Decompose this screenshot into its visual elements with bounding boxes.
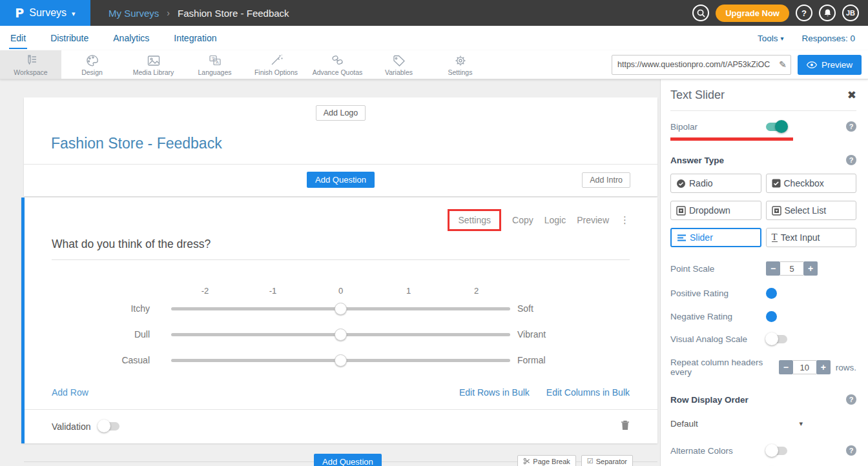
- bipolar-label: Bipolar: [670, 122, 766, 132]
- negative-rating-row: Negative Rating: [670, 311, 856, 322]
- checkbox-icon: [772, 179, 781, 188]
- breadcrumb: My Surveys › Fashion Store - Feedback: [108, 8, 289, 19]
- toolbar-item-languages[interactable]: 文A Languages: [184, 50, 245, 79]
- option-label: Select List: [785, 205, 827, 216]
- row-right-label: Formal: [517, 355, 546, 365]
- tab-integration[interactable]: Integration: [172, 27, 218, 49]
- positive-rating-label: Positive Rating: [670, 289, 766, 298]
- page-footer: Add Question Page Break ☑ Separator: [24, 454, 657, 466]
- point-scale-input[interactable]: [780, 261, 803, 276]
- add-intro-button[interactable]: Add Intro: [582, 172, 630, 188]
- app-brand[interactable]: P Surveys ▾: [0, 0, 90, 26]
- upgrade-now-button[interactable]: Upgrade Now: [716, 5, 789, 22]
- positive-rating-color-swatch[interactable]: [766, 288, 777, 299]
- row-display-order-help-icon[interactable]: ?: [846, 394, 856, 405]
- tab-analytics[interactable]: Analytics: [112, 27, 150, 49]
- tools-label: Tools: [758, 34, 778, 43]
- separator-button[interactable]: ☑ Separator: [581, 455, 633, 466]
- breadcrumb-my-surveys[interactable]: My Surveys: [108, 8, 159, 19]
- slider-handle[interactable]: [335, 303, 347, 315]
- answer-type-select-list[interactable]: Select List: [766, 201, 857, 220]
- bipolar-help-icon[interactable]: ?: [846, 121, 856, 132]
- answer-type-label: Answer Type: [670, 156, 766, 165]
- toolbar-item-label: Advance Quotas: [313, 68, 363, 76]
- nav-tabs: Edit Distribute Analytics Integration: [9, 27, 218, 49]
- add-row-link[interactable]: Add Row: [52, 387, 88, 398]
- advance-quotas-icon: [330, 54, 346, 68]
- survey-url-input[interactable]: [617, 60, 779, 69]
- toolbar-item-finish-options[interactable]: Finish Options: [245, 50, 307, 79]
- help-button[interactable]: ?: [796, 5, 812, 21]
- question-preview-action[interactable]: Preview: [577, 215, 609, 225]
- toolbar-item-settings[interactable]: Settings: [429, 50, 491, 79]
- scale-label: -1: [239, 286, 307, 296]
- delete-question-button[interactable]: [621, 420, 630, 433]
- toolbar-item-advance-quotas[interactable]: Advance Quotas: [307, 50, 368, 79]
- point-scale-increment-button[interactable]: +: [803, 261, 818, 276]
- slider-row-itchy-soft: Itchy Soft: [25, 296, 657, 321]
- add-question-button-top[interactable]: Add Question: [307, 172, 375, 188]
- notifications-button[interactable]: [819, 5, 836, 21]
- kebab-menu-icon[interactable]: ⋮: [620, 214, 630, 226]
- survey-editor-main: Add Logo Fashion Store - Feedback Add Qu…: [0, 79, 660, 466]
- slider-handle[interactable]: [335, 354, 347, 367]
- repeat-headers-decrement-button[interactable]: −: [779, 360, 793, 374]
- answer-type-slider[interactable]: Slider: [670, 228, 761, 247]
- toolbar-item-design[interactable]: Design: [61, 50, 123, 79]
- workspace-icon: [23, 54, 39, 68]
- media-library-icon: [146, 54, 161, 68]
- survey-title[interactable]: Fashion Store - Feedback: [51, 135, 630, 152]
- edit-rows-in-bulk-link[interactable]: Edit Rows in Bulk: [459, 387, 530, 398]
- add-question-button-bottom[interactable]: Add Question: [314, 454, 382, 466]
- repeat-headers-input[interactable]: [793, 360, 816, 374]
- answer-type-options: Radio Checkbox Dropdown Select List Slid…: [670, 174, 856, 247]
- finish-options-icon: [269, 54, 284, 68]
- toolbar-item-label: Variables: [385, 68, 413, 76]
- bell-icon: [823, 8, 832, 17]
- slider-icon: [677, 234, 687, 242]
- question-logic-action[interactable]: Logic: [544, 215, 566, 225]
- text-input-icon: T: [772, 233, 778, 242]
- negative-rating-color-swatch[interactable]: [766, 311, 777, 322]
- bipolar-toggle[interactable]: [766, 123, 787, 131]
- edit-url-pencil-icon[interactable]: ✎: [779, 59, 787, 70]
- preview-button[interactable]: Preview: [798, 55, 862, 75]
- answer-type-checkbox[interactable]: Checkbox: [766, 174, 857, 193]
- question-settings-action[interactable]: Settings: [448, 209, 501, 231]
- answer-type-help-icon[interactable]: ?: [846, 155, 856, 165]
- add-logo-button[interactable]: Add Logo: [316, 105, 366, 121]
- close-icon[interactable]: ✖: [847, 88, 856, 102]
- edit-columns-in-bulk-link[interactable]: Edit Columns in Bulk: [546, 387, 630, 398]
- slider-track: [171, 354, 510, 367]
- alternate-colors-toggle[interactable]: [766, 447, 787, 455]
- brand-label: Surveys: [29, 7, 67, 19]
- visual-analog-scale-toggle[interactable]: [766, 335, 787, 343]
- breadcrumb-separator-icon: ›: [167, 8, 170, 18]
- select-list-icon: [772, 206, 781, 216]
- row-display-order-select[interactable]: Default ▾: [670, 419, 803, 429]
- slider-track: [171, 328, 510, 341]
- answer-type-text-input[interactable]: T Text Input: [766, 228, 857, 247]
- answer-type-dropdown[interactable]: Dropdown: [670, 201, 761, 220]
- avatar[interactable]: JB: [842, 5, 859, 21]
- checkbox-glyph-icon: ☑: [587, 457, 594, 465]
- tab-edit[interactable]: Edit: [9, 27, 27, 49]
- question-text[interactable]: What do you think of the dress?: [52, 238, 630, 260]
- validation-toggle[interactable]: [98, 422, 119, 431]
- alternate-colors-help-icon[interactable]: ?: [846, 445, 856, 456]
- responses-count[interactable]: Responses: 0: [801, 34, 855, 43]
- slider-row-casual-formal: Casual Formal: [25, 347, 657, 373]
- slider-handle[interactable]: [335, 329, 347, 341]
- tools-menu[interactable]: Tools ▾: [758, 34, 784, 43]
- page-break-button[interactable]: Page Break: [517, 455, 575, 466]
- toolbar-item-variables[interactable]: Variables: [368, 50, 429, 79]
- toolbar-item-media-library[interactable]: Media Library: [123, 50, 184, 79]
- search-button[interactable]: [692, 5, 709, 21]
- toolbar-item-label: Media Library: [133, 68, 174, 76]
- question-copy-action[interactable]: Copy: [512, 215, 533, 225]
- tab-distribute[interactable]: Distribute: [49, 27, 90, 49]
- point-scale-decrement-button[interactable]: −: [766, 261, 780, 276]
- repeat-headers-increment-button[interactable]: +: [816, 360, 831, 374]
- toolbar-item-workspace[interactable]: Workspace: [0, 50, 61, 79]
- answer-type-radio[interactable]: Radio: [670, 174, 761, 193]
